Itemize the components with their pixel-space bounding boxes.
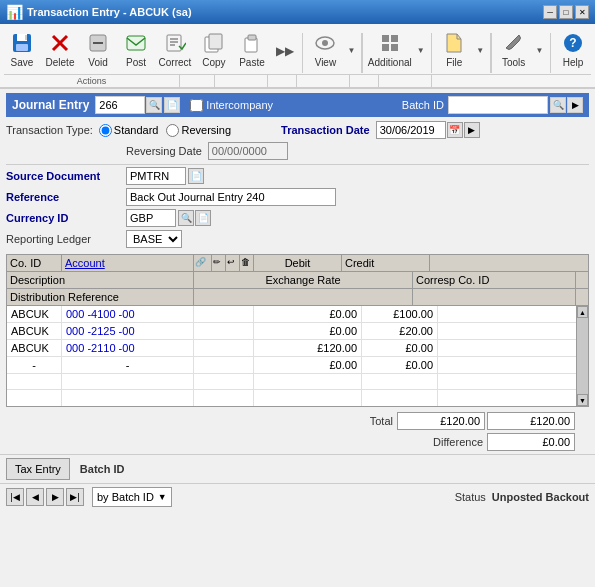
view-arrow[interactable]: ▼ [345,46,357,55]
date-arrow-button[interactable]: ▶ [464,122,480,138]
row4-coid: - [7,357,62,373]
help-button[interactable]: ? Help [555,28,591,73]
scroll-up-button[interactable]: ▲ [577,306,588,318]
svg-rect-22 [391,44,398,51]
reversing-date-input[interactable] [208,142,288,160]
help-label: Help [563,57,584,68]
row2-account[interactable]: 000 -2125 -00 [62,323,194,339]
intercompany-checkbox[interactable] [190,99,203,112]
currency-id-input[interactable] [126,209,176,227]
reversing-radio[interactable] [166,124,179,137]
currency-browse-icon[interactable]: 📄 [195,210,211,226]
copy-button[interactable]: Copy [196,28,232,73]
svg-rect-14 [209,34,222,49]
grid-col-account[interactable]: Account [62,255,194,271]
total-debit-input [397,412,485,430]
journal-search-button[interactable]: 🔍 [146,97,162,113]
title-bar: 📊 Transaction Entry - ABCUK (sa) ─ □ ✕ [0,0,595,24]
batch-id-arrow-button[interactable]: ▶ [567,97,583,113]
journal-entry-row: Journal Entry 🔍 📄 Intercompany Batch ID … [6,93,589,117]
correct-button[interactable]: Correct [156,28,194,73]
reversing-label: Reversing [181,124,231,136]
tax-entry-button[interactable]: Tax Entry [6,458,70,480]
reporting-ledger-select[interactable]: BASE [126,230,182,248]
currency-lookup-icon[interactable]: 🔍 [178,210,194,226]
svg-rect-2 [16,44,28,51]
app-icon: 📊 [6,4,23,20]
additional-arrow[interactable]: ▼ [415,46,427,55]
grid-scrollbar[interactable]: ▲ ▼ [576,306,588,406]
grid-col-action4[interactable]: 🗑 [240,255,254,271]
row3-account[interactable]: 000 -2110 -00 [62,340,194,356]
row1-account[interactable]: 000 -4100 -00 [62,306,194,322]
bottom-bar: Tax Entry Batch ID [0,454,595,483]
view-button[interactable]: View [307,28,343,73]
save-button[interactable]: Save [4,28,40,73]
window-controls[interactable]: ─ □ ✕ [543,5,589,19]
scroll-down-button[interactable]: ▼ [577,394,588,406]
file-label: File [446,57,462,68]
reversing-radio-label[interactable]: Reversing [166,124,231,137]
reference-label: Reference [6,191,126,203]
correct-label: Correct [159,57,192,68]
toolbar-divider-4 [490,33,491,73]
tools-icon [502,31,526,55]
grid-col-action2[interactable]: ✏ [212,255,226,271]
sort-dropdown-arrow[interactable]: ▼ [158,492,167,502]
row1-credit: £100.00 [362,306,438,322]
status-value: Unposted Backout [492,491,589,503]
grid-sub-header-1: Description Exchange Rate Corresp Co. ID [7,272,588,289]
table-row: - - £0.00 £0.00 [7,357,588,374]
view-label: View [315,57,337,68]
minimize-button[interactable]: ─ [543,5,557,19]
nav-next-button[interactable]: ▶ [46,488,64,506]
transaction-type-label: Transaction Type: [6,124,93,136]
paste-button[interactable]: Paste [234,28,270,73]
main-content: Journal Entry 🔍 📄 Intercompany Batch ID … [0,89,595,254]
batch-id-input[interactable] [448,96,548,114]
svg-text:?: ? [569,36,576,50]
grid-sub-exchange: Exchange Rate [194,272,413,288]
difference-label: Difference [433,436,483,448]
batch-id-search-button[interactable]: 🔍 [550,97,566,113]
reversing-date-row: Reversing Date [6,142,589,160]
file-arrow[interactable]: ▼ [474,46,486,55]
grid-container: Co. ID Account 🔗 ✏ ↩ 🗑 Debit Credit Desc… [6,254,589,407]
save-icon [10,31,34,55]
post-button[interactable]: Post [118,28,154,73]
nav-last-button[interactable]: ▶| [66,488,84,506]
file-button[interactable]: File [436,28,472,73]
transaction-date-input[interactable] [376,121,446,139]
standard-radio[interactable] [99,124,112,137]
svg-rect-20 [391,35,398,42]
more-button[interactable]: ▶▶ [272,40,298,62]
journal-number-input[interactable] [95,96,145,114]
calendar-icon[interactable]: 📅 [447,122,463,138]
source-document-browse-button[interactable]: 📄 [188,168,204,184]
nav-prev-button[interactable]: ◀ [26,488,44,506]
reference-input[interactable] [126,188,336,206]
additional-button[interactable]: Additional [367,28,413,73]
tools-button[interactable]: Tools [496,28,532,73]
grid-col-action3[interactable]: ↩ [226,255,240,271]
toolbar-divider-5 [550,33,551,73]
tools-arrow[interactable]: ▼ [534,46,546,55]
difference-value-input [487,433,575,451]
file-icon [442,31,466,55]
delete-button[interactable]: Delete [42,28,78,73]
actions-group-label: Actions [4,75,180,87]
maximize-button[interactable]: □ [559,5,573,19]
grid-col-action1[interactable]: 🔗 [194,255,212,271]
nav-first-button[interactable]: |◀ [6,488,24,506]
row4-debit: £0.00 [254,357,362,373]
standard-radio-label[interactable]: Standard [99,124,159,137]
post-icon [124,31,148,55]
void-button[interactable]: Void [80,28,116,73]
close-button[interactable]: ✕ [575,5,589,19]
nav-sort-dropdown[interactable]: by Batch ID ▼ [92,487,172,507]
row3-coid: ABCUK [7,340,62,356]
standard-label: Standard [114,124,159,136]
journal-browse-button[interactable]: 📄 [164,97,180,113]
source-document-input[interactable] [126,167,186,185]
copy-icon [202,31,226,55]
